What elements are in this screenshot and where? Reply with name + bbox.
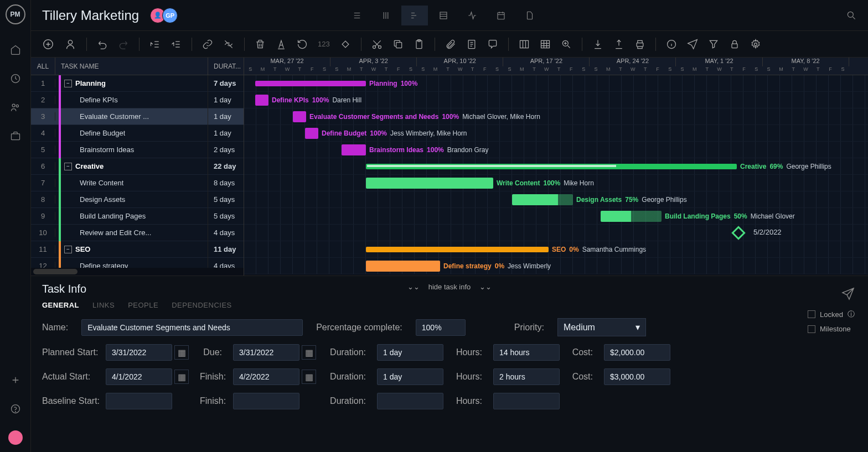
attach-icon[interactable] <box>445 39 456 50</box>
duration-input[interactable] <box>377 344 443 361</box>
link-icon[interactable] <box>202 39 213 50</box>
import-icon[interactable] <box>592 39 603 50</box>
duration-input2[interactable] <box>377 368 443 385</box>
calendar-view-icon[interactable] <box>488 6 514 25</box>
col-name[interactable]: TASK NAME <box>55 58 208 75</box>
comment-icon[interactable] <box>487 39 498 50</box>
text-format-icon[interactable] <box>276 39 287 50</box>
redo-icon[interactable] <box>118 39 129 50</box>
export-icon[interactable] <box>613 39 624 50</box>
help-icon[interactable] <box>4 398 27 420</box>
locked-checkbox[interactable]: Locked ⓘ <box>808 309 855 319</box>
gantt-bar[interactable]: Brainstorm Ideas100%Brandon Gray <box>342 144 366 155</box>
milestone-diamond[interactable] <box>731 226 745 240</box>
gantt-bar[interactable]: Planning100% <box>255 81 366 86</box>
file-view-icon[interactable] <box>516 6 543 25</box>
collapse-icon[interactable]: − <box>64 80 72 87</box>
tab-dependencies[interactable]: DEPENDENCIES <box>172 301 232 309</box>
calendar-icon[interactable]: ▦ <box>174 345 189 360</box>
undo-icon[interactable] <box>97 39 108 50</box>
info-icon[interactable] <box>666 39 677 50</box>
sheet-view-icon[interactable] <box>430 6 457 25</box>
columns-icon[interactable] <box>519 39 530 50</box>
baseline-finish-input[interactable] <box>233 393 299 409</box>
col-duration[interactable]: DURAT... <box>208 58 244 75</box>
gantt-bar[interactable]: Define strategy0%Jess Wimberly <box>366 261 440 272</box>
reset-icon[interactable] <box>297 39 308 50</box>
print-icon[interactable] <box>634 39 645 50</box>
gantt-bar[interactable]: Define Budget100%Jess Wimberly, Mike Hor… <box>305 128 318 139</box>
add-task-icon[interactable] <box>42 38 54 50</box>
priority-select[interactable]: Medium▾ <box>557 318 646 336</box>
planned-start-input[interactable] <box>106 344 172 361</box>
finish-input[interactable] <box>233 368 299 385</box>
cost-input2[interactable] <box>604 368 670 385</box>
list-view-icon[interactable] <box>344 6 370 25</box>
people-icon[interactable] <box>4 96 27 118</box>
task-name-input[interactable] <box>81 319 303 336</box>
member-avatars[interactable]: 👤 GP <box>150 8 178 23</box>
search-icon[interactable] <box>846 10 857 21</box>
gantt-scrollbar[interactable] <box>244 274 868 276</box>
task-row[interactable]: 8 Design Assets 5 days <box>31 191 244 208</box>
task-row[interactable]: 2 Define KPIs 1 day <box>31 92 244 108</box>
task-row[interactable]: 6 − Creative 22 day <box>31 158 244 175</box>
filter-icon[interactable] <box>708 39 719 50</box>
milestone-icon[interactable] <box>340 39 351 50</box>
grid-icon[interactable] <box>540 39 551 50</box>
milestone-checkbox[interactable]: Milestone <box>808 325 855 333</box>
outdent-icon[interactable] <box>149 39 161 50</box>
clock-icon[interactable] <box>4 67 27 90</box>
unlink-icon[interactable] <box>223 39 234 50</box>
user-avatar[interactable] <box>4 427 27 449</box>
hours-input[interactable] <box>493 344 560 361</box>
gantt-bar[interactable]: SEO0%Samantha Cummings <box>366 247 549 252</box>
home-icon[interactable] <box>4 39 27 61</box>
task-row[interactable]: 5 Brainstorm Ideas 2 days <box>31 142 244 158</box>
task-row[interactable]: 3 Evaluate Customer ... 1 day <box>31 108 244 125</box>
plus-icon[interactable] <box>4 369 27 391</box>
task-row[interactable]: 1 − Planning 7 days <box>31 75 244 92</box>
due-input[interactable] <box>233 344 299 361</box>
copy-icon[interactable] <box>392 39 404 50</box>
cost-input[interactable] <box>604 344 670 361</box>
tab-links[interactable]: LINKS <box>92 301 115 309</box>
tab-people[interactable]: PEOPLE <box>128 301 158 309</box>
tasklist-scrollbar[interactable] <box>31 268 244 276</box>
note-icon[interactable] <box>466 39 477 50</box>
gantt-bar[interactable]: Evaluate Customer Segments and Needs100%… <box>293 111 306 122</box>
assign-icon[interactable] <box>64 38 76 50</box>
send-icon[interactable] <box>687 39 698 50</box>
zoom-icon[interactable] <box>561 39 572 50</box>
task-row[interactable]: 4 Define Budget 1 day <box>31 125 244 142</box>
baseline-hours-input[interactable] <box>493 393 560 409</box>
activity-view-icon[interactable] <box>459 6 485 25</box>
tab-general[interactable]: GENERAL <box>42 301 79 309</box>
task-row[interactable]: 9 Build Landing Pages 5 days <box>31 208 244 225</box>
task-row[interactable]: 7 Write Content 8 days <box>31 175 244 191</box>
hours-input2[interactable] <box>493 368 560 385</box>
lock-icon[interactable] <box>729 39 740 50</box>
gantt-bar[interactable]: Build Landing Pages50%Michael Glover <box>601 211 662 222</box>
calendar-icon[interactable]: ▦ <box>174 370 189 384</box>
gantt-bar[interactable]: Design Assets75%George Phillips <box>512 194 573 205</box>
baseline-duration-input[interactable] <box>377 393 443 409</box>
task-row[interactable]: 11 − SEO 11 day <box>31 241 244 258</box>
calendar-icon[interactable]: ▦ <box>302 345 316 360</box>
gantt-bar[interactable]: Define KPIs100%Daren Hill <box>255 95 268 106</box>
calendar-icon[interactable]: ▦ <box>302 370 316 384</box>
send-task-icon[interactable] <box>841 287 855 300</box>
hide-task-info[interactable]: ⌄⌄ hide task info ⌄⌄ <box>407 283 492 291</box>
col-all[interactable]: ALL <box>31 58 55 75</box>
gantt-view-icon[interactable] <box>401 6 428 25</box>
actual-start-input[interactable] <box>106 368 172 385</box>
indent-icon[interactable] <box>170 39 182 50</box>
delete-icon[interactable] <box>255 39 266 50</box>
collapse-icon[interactable]: − <box>64 163 72 170</box>
baseline-start-input[interactable] <box>106 393 172 409</box>
cut-icon[interactable] <box>371 39 383 50</box>
board-view-icon[interactable] <box>373 6 399 25</box>
app-logo[interactable]: PM <box>6 4 25 24</box>
task-row[interactable]: 10 Review and Edit Cre... 4 days <box>31 225 244 241</box>
gantt-bar[interactable]: Write Content100%Mike Horn <box>366 178 493 189</box>
